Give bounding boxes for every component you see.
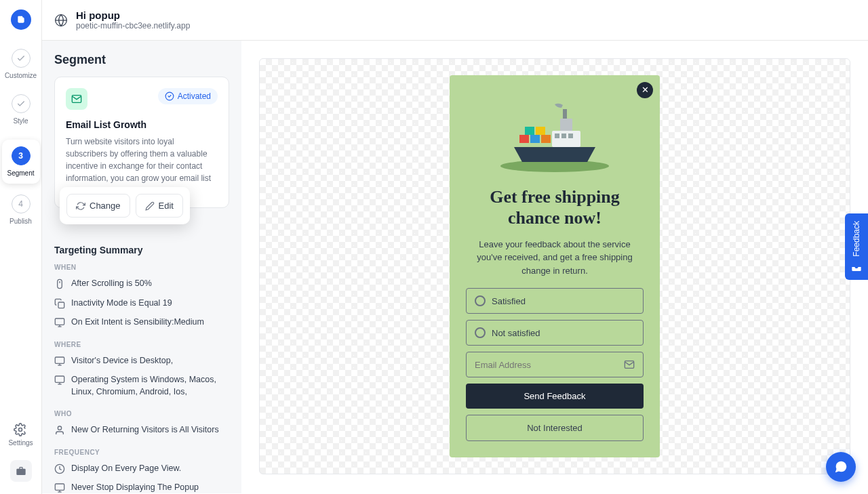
popup-headline: Get free shipping chance now!: [466, 186, 644, 228]
rule-item: Visitor's Device is Desktop,: [54, 355, 229, 367]
svg-rect-8: [55, 318, 64, 325]
svg-rect-27: [536, 127, 545, 135]
monitor-icon: [54, 317, 65, 328]
globe-icon: [54, 14, 68, 27]
rail-briefcase[interactable]: [10, 460, 32, 482]
svg-rect-5: [58, 279, 62, 288]
rail-label: Customize: [5, 72, 37, 79]
option-not-satisfied[interactable]: Not satisfied: [466, 320, 644, 346]
rail-item-segment[interactable]: 3 Segment: [2, 140, 40, 184]
status-text: Activated: [178, 91, 211, 101]
preview-canvas: ✕: [241, 41, 868, 494]
svg-rect-25: [541, 135, 551, 143]
rail-label: Publish: [9, 218, 32, 225]
step-number: 4: [12, 194, 31, 213]
feedback-label: Feedback: [852, 221, 861, 257]
chat-icon: [833, 459, 848, 474]
briefcase-icon: [16, 466, 26, 476]
monitor-icon: [54, 356, 65, 367]
rail-settings[interactable]: Settings: [8, 423, 33, 447]
nav-rail: Customize Style 3 Segment 4 Publish Sett…: [0, 0, 42, 494]
svg-rect-19: [55, 484, 64, 490]
svg-point-0: [19, 428, 22, 432]
rail-item-publish[interactable]: 4 Publish: [9, 194, 32, 225]
svg-rect-29: [555, 133, 559, 138]
email-field[interactable]: [466, 352, 644, 377]
gear-icon: [14, 423, 27, 436]
sidebar-title: Segment: [54, 53, 229, 67]
svg-rect-28: [552, 131, 580, 147]
feedback-tab[interactable]: Feedback: [845, 213, 868, 280]
svg-rect-11: [55, 357, 64, 363]
group-label-frequency: FREQUENCY: [54, 449, 229, 456]
mail-icon: [624, 359, 635, 370]
svg-rect-7: [58, 302, 64, 308]
rule-item: On Exit Intent is Sensibility:Medium: [54, 316, 229, 329]
rule-item: After Scrolling is 50%: [54, 278, 229, 290]
close-button[interactable]: ✕: [637, 82, 653, 98]
popup-body: Leave your feedback about the service yo…: [466, 238, 644, 278]
svg-rect-30: [561, 133, 566, 138]
status-badge: Activated: [158, 88, 218, 104]
group-label-when: WHEN: [54, 264, 229, 271]
radio-icon: [475, 327, 486, 338]
rule-item: New Or Returning Visitors is All Visitor…: [54, 424, 229, 436]
rail-label: Segment: [7, 169, 34, 177]
email-input[interactable]: [475, 360, 618, 370]
refresh-icon: [76, 201, 85, 211]
monitor-icon: [54, 375, 65, 386]
check-circle-icon: [165, 91, 174, 101]
svg-rect-31: [568, 133, 573, 138]
pencil-icon: [145, 201, 155, 211]
group-label-where: WHERE: [54, 341, 229, 348]
logo[interactable]: [11, 9, 31, 30]
not-interested-button[interactable]: Not Interested: [466, 415, 644, 441]
summary-title: Targeting Summary: [54, 245, 229, 255]
rule-item: Display On Every Page View.: [54, 463, 229, 475]
copy-icon: [54, 298, 65, 309]
svg-rect-23: [519, 135, 529, 143]
edit-button[interactable]: Edit: [136, 194, 183, 218]
inbox-icon: [851, 262, 862, 272]
segment-name: Email List Growth: [66, 119, 218, 130]
step-number: 3: [12, 146, 31, 165]
rail-label: Style: [13, 117, 28, 125]
ship-illustration: [487, 100, 623, 174]
option-satisfied[interactable]: Satisfied: [466, 288, 644, 314]
preview-frame: ✕: [259, 58, 850, 474]
settings-label: Settings: [8, 439, 33, 447]
check-icon: [12, 94, 31, 113]
page-title: Hi popup: [76, 9, 190, 21]
change-button[interactable]: Change: [66, 194, 130, 218]
actions-popover: Change Edit: [60, 187, 190, 224]
svg-rect-33: [563, 109, 567, 119]
rule-item: Operating System is Windows, Macos, Linu…: [54, 374, 229, 398]
monitor-icon: [54, 482, 65, 493]
header: Hi popup poetic-muffin-cbc3ee.netlify.ap…: [42, 0, 868, 41]
send-feedback-button[interactable]: Send Feedback: [466, 384, 644, 409]
svg-rect-26: [525, 127, 534, 135]
rail-item-customize[interactable]: Customize: [5, 49, 37, 79]
clock-icon: [54, 464, 65, 474]
chat-button[interactable]: [826, 452, 856, 482]
popup-preview: ✕: [450, 75, 660, 458]
sidebar: Segment Activated Email List Growth Turn…: [42, 41, 241, 493]
rule-item: Never Stop Displaying The Popup: [54, 482, 229, 493]
radio-icon: [475, 295, 486, 306]
group-label-who: WHO: [54, 410, 229, 417]
rail-item-style[interactable]: Style: [12, 94, 31, 125]
svg-rect-24: [530, 135, 540, 143]
mouse-icon: [54, 279, 65, 289]
page-subtitle: poetic-muffin-cbc3ee.netlify.app: [76, 21, 190, 30]
mail-icon: [66, 88, 87, 110]
rule-item: Inactivity Mode is Equal 19: [54, 297, 229, 310]
svg-point-17: [58, 426, 61, 430]
check-icon: [12, 49, 31, 68]
svg-rect-14: [55, 376, 64, 382]
svg-rect-32: [560, 119, 572, 131]
user-icon: [54, 425, 65, 436]
